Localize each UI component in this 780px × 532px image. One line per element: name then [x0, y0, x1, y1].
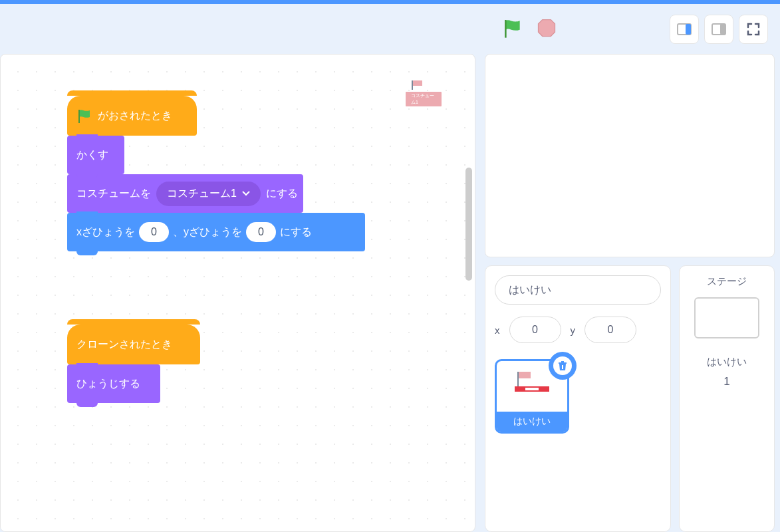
green-flag-button[interactable] — [502, 17, 523, 41]
sprite-name-input[interactable] — [495, 275, 661, 305]
svg-rect-13 — [525, 388, 539, 390]
sprite-thumbnail-icon — [512, 369, 552, 396]
svg-rect-6 — [413, 80, 422, 86]
backdrop-label: はいけい — [707, 356, 747, 368]
stage-panel: ステージ はいけい 1 — [679, 265, 775, 532]
svg-rect-10 — [519, 372, 531, 378]
svg-rect-9 — [562, 365, 563, 369]
svg-rect-7 — [412, 80, 413, 90]
workspace-scrollbar[interactable] — [465, 168, 472, 281]
fullscreen-button[interactable] — [739, 15, 768, 44]
block-label: コスチュームを — [76, 187, 151, 201]
header — [0, 4, 780, 54]
when-flag-clicked-block[interactable]: がおされたとき — [67, 96, 197, 136]
hide-block[interactable]: かくす — [67, 136, 124, 174]
block-label: 、yざひょうを — [173, 225, 242, 239]
backdrop-count: 1 — [723, 375, 729, 388]
small-stage-button[interactable] — [670, 15, 699, 44]
delete-sprite-button[interactable] — [549, 352, 577, 380]
block-label: にする — [266, 187, 298, 201]
chevron-down-icon — [242, 191, 250, 196]
block-label: xざひょうを — [76, 225, 135, 239]
y-input[interactable]: 0 — [246, 222, 276, 242]
show-block[interactable]: ひょうじする — [67, 364, 160, 403]
stage-backdrop-thumbnail[interactable] — [694, 297, 759, 338]
svg-rect-11 — [517, 372, 519, 386]
block-label: ひょうじする — [76, 377, 140, 391]
goto-xy-block[interactable]: xざひょうを 0 、yざひょうを 0 にする — [67, 213, 365, 251]
block-label: にする — [280, 225, 312, 239]
stage-title: ステージ — [707, 275, 747, 288]
trash-icon — [557, 360, 568, 371]
sprite-y-input[interactable] — [585, 317, 636, 343]
sprite-x-input[interactable] — [509, 317, 561, 343]
stop-button[interactable] — [537, 18, 557, 41]
hat-label: クローンされたとき — [76, 338, 172, 352]
sprite-tile[interactable]: はいけい — [495, 359, 569, 434]
stage-preview[interactable] — [485, 54, 775, 257]
svg-rect-0 — [505, 20, 507, 38]
y-label: y — [571, 325, 576, 336]
costume-dropdown[interactable]: コスチューム1 — [156, 182, 261, 206]
svg-rect-3 — [686, 24, 691, 35]
x-label: x — [495, 325, 500, 336]
svg-rect-5 — [720, 24, 725, 35]
sprite-thumbnail-preview: コスチューム1 — [406, 80, 442, 106]
svg-marker-1 — [539, 19, 555, 36]
code-workspace[interactable]: コスチューム1 がおされたとき かくす コスチュームを コスチューム1 にする — [0, 54, 475, 532]
svg-rect-8 — [78, 110, 80, 123]
sprite-info-panel: x y — [485, 265, 671, 532]
sprite-tile-label: はいけい — [497, 412, 567, 432]
block-label: かくす — [76, 148, 108, 162]
x-input[interactable]: 0 — [139, 222, 169, 242]
switch-costume-block[interactable]: コスチュームを コスチューム1 にする — [67, 174, 303, 213]
when-cloned-block[interactable]: クローンされたとき — [67, 325, 200, 364]
hat-label: がおされたとき — [98, 109, 172, 123]
large-stage-button[interactable] — [704, 15, 733, 44]
